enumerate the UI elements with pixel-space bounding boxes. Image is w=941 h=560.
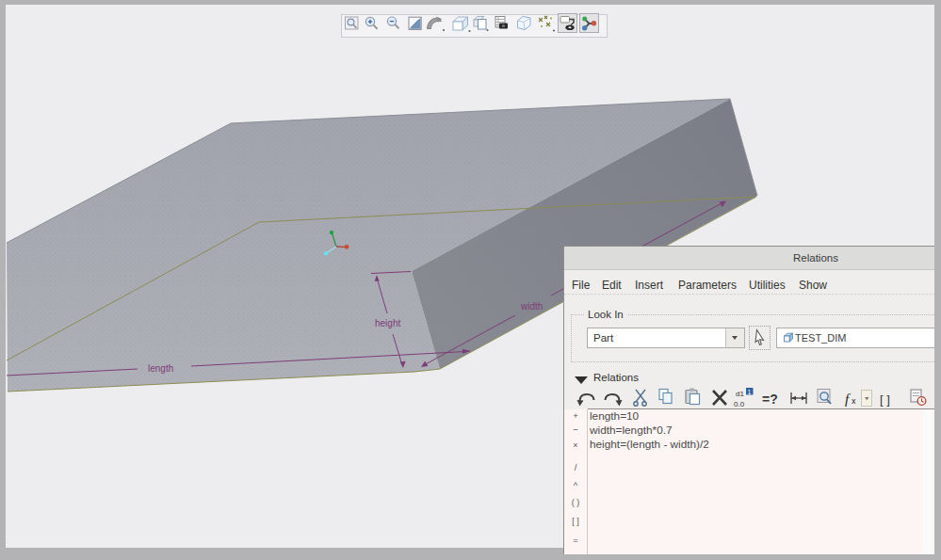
- svg-text:length: length: [148, 363, 173, 374]
- svg-text:d1: d1: [736, 390, 744, 398]
- svg-text:=?: =?: [762, 392, 778, 407]
- svg-text:x: x: [852, 396, 856, 406]
- svg-text:1: 1: [748, 389, 752, 395]
- svg-text:0.0: 0.0: [734, 400, 745, 408]
- svg-text:height: height: [375, 318, 400, 328]
- svg-text:f: f: [845, 392, 851, 407]
- svg-text:[ ]: [ ]: [880, 392, 890, 407]
- svg-text:width: width: [520, 301, 543, 312]
